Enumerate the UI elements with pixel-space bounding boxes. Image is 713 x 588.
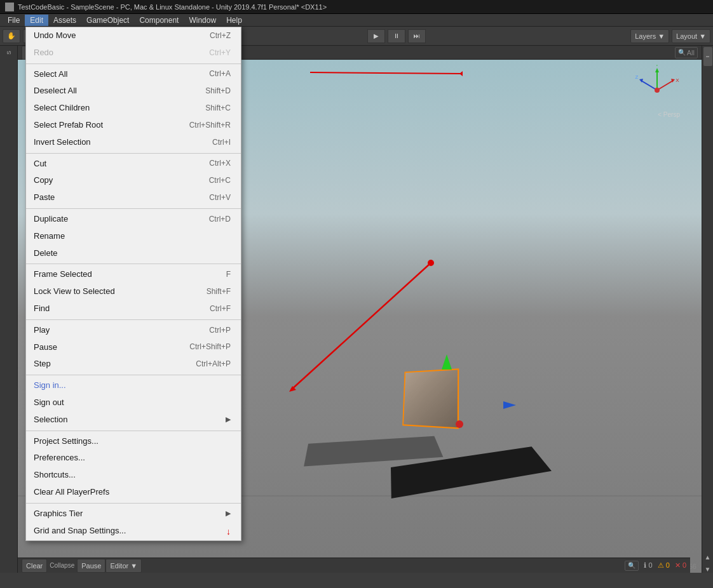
inspector-tab[interactable]: I — [703, 47, 712, 66]
scene-tab-label[interactable]: S — [3, 48, 15, 57]
sep-1 — [26, 63, 241, 64]
console-bar: Clear Collapse Pause Editor ▼ 🔍 ℹ 0 ⚠ 0 … — [18, 558, 690, 573]
error-count: ✕ 0 — [675, 561, 686, 570]
menu-play[interactable]: Play Ctrl+P — [26, 322, 241, 339]
sep-5 — [26, 319, 241, 320]
editor-dropdown-button[interactable]: Editor ▼ — [105, 559, 142, 573]
menu-selection[interactable]: Selection ▶ — [26, 411, 241, 429]
console-search-icon: 🔍 — [628, 562, 635, 569]
annotation-arrow-down: ↓ — [226, 525, 231, 538]
svg-text:Z: Z — [635, 74, 639, 80]
menu-file[interactable]: File — [3, 15, 25, 26]
menu-assets[interactable]: Assets — [48, 15, 81, 26]
sep-8 — [26, 503, 241, 504]
console-collapse-label: Collapse — [50, 562, 74, 569]
sep-2 — [26, 153, 241, 154]
svg-line-10 — [310, 72, 463, 74]
sep-3 — [26, 208, 241, 209]
menu-shortcuts[interactable]: Shortcuts... — [26, 467, 241, 484]
unity-logo-icon — [5, 3, 14, 11]
hand-tool-button[interactable]: ✋ — [3, 29, 20, 43]
menu-frame-selected[interactable]: Frame Selected F — [26, 266, 241, 283]
svg-text:X: X — [676, 77, 679, 83]
menu-copy[interactable]: Copy Ctrl+C — [26, 172, 241, 189]
pause-button[interactable]: ⏸ — [388, 29, 405, 43]
search-icon: 🔍 — [678, 49, 686, 56]
layers-button[interactable]: Layers ▼ — [630, 29, 669, 43]
svg-marker-1 — [655, 68, 659, 72]
gray-ramp — [304, 436, 443, 467]
menu-lock-view[interactable]: Lock View to Selected Shift+F — [26, 283, 241, 300]
menu-edit[interactable]: Edit — [25, 15, 48, 26]
menu-gameobject[interactable]: GameObject — [81, 15, 134, 26]
svg-line-4 — [641, 81, 657, 90]
menu-sign-in[interactable]: Sign in... — [26, 377, 241, 394]
menu-grid-snap-settings[interactable]: Grid and Snap Settings... ↓ — [26, 523, 241, 540]
menu-select-all[interactable]: Select All Ctrl+A — [26, 66, 241, 83]
x-axis-arrow — [503, 401, 516, 409]
layout-button[interactable]: Layout ▼ — [672, 29, 710, 43]
svg-text:Y: Y — [655, 65, 659, 67]
title-text: TestCodeBasic - SampleScene - PC, Mac & … — [18, 3, 327, 11]
menu-clear-playerprefs[interactable]: Clear All PlayerPrefs — [26, 484, 241, 501]
menu-bar: File Edit Assets GameObject Component Wi… — [0, 14, 713, 27]
step-button[interactable]: ⏭ — [408, 29, 426, 43]
svg-marker-13 — [289, 386, 296, 392]
edit-dropdown-menu: Undo Move Ctrl+Z Redo Ctrl+Y Select All … — [25, 27, 241, 541]
menu-delete[interactable]: Delete — [26, 245, 241, 262]
menu-find[interactable]: Find Ctrl+F — [26, 300, 241, 317]
menu-undo-move[interactable]: Undo Move Ctrl+Z — [26, 27, 241, 44]
menu-preferences[interactable]: Preferences... — [26, 450, 241, 467]
menu-graphics-tier[interactable]: Graphics Tier ▶ — [26, 505, 241, 523]
menu-project-settings[interactable]: Project Settings... — [26, 433, 241, 450]
gizmo-widget: Y X Z < Persp — [632, 65, 682, 116]
svg-marker-11 — [459, 71, 463, 76]
sep-6 — [26, 375, 241, 375]
menu-cut[interactable]: Cut Ctrl+X — [26, 156, 241, 173]
play-button[interactable]: ▶ — [367, 29, 385, 43]
menu-sign-out[interactable]: Sign out — [26, 394, 241, 411]
scroll-up-button[interactable]: ▲ — [705, 554, 711, 561]
menu-select-prefab-root[interactable]: Select Prefab Root Ctrl+Shift+R — [26, 117, 241, 134]
sidebar-scroll: ▲ ▼ — [704, 554, 712, 573]
svg-point-14 — [428, 260, 434, 266]
menu-select-children[interactable]: Select Children Shift+C — [26, 100, 241, 117]
menu-component[interactable]: Component — [134, 15, 184, 26]
svg-point-6 — [655, 88, 660, 93]
sep-7 — [26, 431, 241, 431]
scroll-down-button[interactable]: ▼ — [705, 566, 711, 573]
console-clear-button[interactable]: Clear — [22, 559, 47, 573]
scene-search[interactable]: 🔍 All — [675, 47, 698, 58]
console-search[interactable]: 🔍 — [625, 561, 639, 571]
menu-step[interactable]: Step Ctrl+Alt+P — [26, 356, 241, 373]
menu-rename[interactable]: Rename — [26, 228, 241, 245]
menu-help[interactable]: Help — [221, 15, 247, 26]
selected-cube — [402, 368, 459, 429]
menu-duplicate[interactable]: Duplicate Ctrl+D — [26, 211, 241, 228]
svg-line-2 — [657, 81, 673, 90]
transform-handle — [456, 420, 463, 428]
left-sidebar: S — [0, 46, 18, 573]
console-counts: ℹ 0 ⚠ 0 ✕ 0 — [644, 561, 686, 570]
log-count: ℹ 0 — [644, 561, 652, 570]
menu-window[interactable]: Window — [184, 15, 221, 26]
menu-paste[interactable]: Paste Ctrl+V — [26, 189, 241, 206]
console-pause-button[interactable]: Pause — [77, 559, 105, 573]
sep-4 — [26, 264, 241, 264]
title-bar: TestCodeBasic - SampleScene - PC, Mac & … — [0, 0, 713, 14]
menu-deselect-all[interactable]: Deselect All Shift+D — [26, 83, 241, 100]
menu-invert-selection[interactable]: Invert Selection Ctrl+I — [26, 134, 241, 151]
warning-count: ⚠ 0 — [658, 561, 670, 570]
menu-redo[interactable]: Redo Ctrl+Y — [26, 44, 241, 62]
right-sidebar: I ▲ ▼ — [702, 46, 713, 573]
y-axis-arrow — [442, 354, 452, 370]
menu-pause[interactable]: Pause Ctrl+Shift+P — [26, 339, 241, 356]
